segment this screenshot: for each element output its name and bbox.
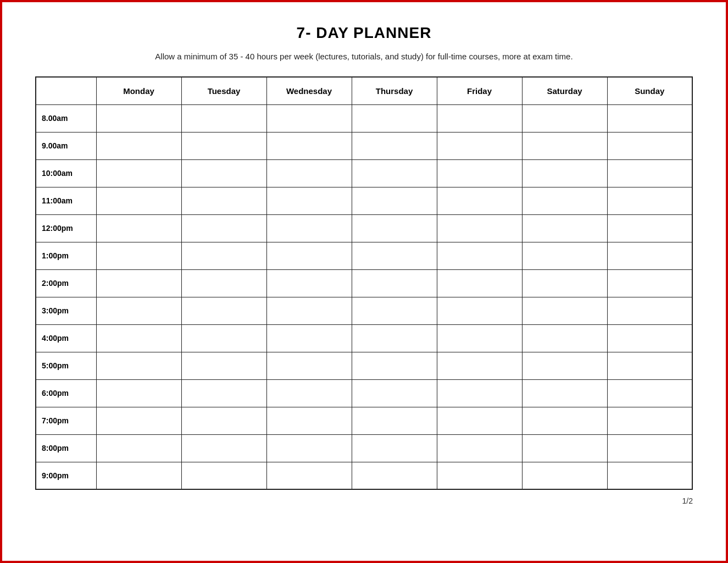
planner-cell[interactable] xyxy=(352,352,437,379)
planner-cell[interactable] xyxy=(522,407,607,434)
planner-cell[interactable] xyxy=(352,187,437,214)
planner-cell[interactable] xyxy=(437,352,522,379)
planner-cell[interactable] xyxy=(96,269,181,297)
planner-cell[interactable] xyxy=(437,269,522,297)
planner-cell[interactable] xyxy=(522,324,607,352)
planner-cell[interactable] xyxy=(352,407,437,434)
planner-cell[interactable] xyxy=(96,132,181,159)
planner-cell[interactable] xyxy=(266,214,352,242)
planner-cell[interactable] xyxy=(437,462,522,489)
planner-cell[interactable] xyxy=(181,297,266,324)
planner-cell[interactable] xyxy=(352,242,437,269)
planner-cell[interactable] xyxy=(522,187,607,214)
planner-cell[interactable] xyxy=(607,132,692,159)
planner-cell[interactable] xyxy=(522,269,607,297)
planner-cell[interactable] xyxy=(96,324,181,352)
planner-cell[interactable] xyxy=(522,214,607,242)
planner-cell[interactable] xyxy=(352,132,437,159)
planner-cell[interactable] xyxy=(181,132,266,159)
planner-cell[interactable] xyxy=(437,324,522,352)
planner-cell[interactable] xyxy=(181,434,266,462)
planner-cell[interactable] xyxy=(522,462,607,489)
planner-cell[interactable] xyxy=(437,379,522,407)
planner-cell[interactable] xyxy=(181,379,266,407)
planner-cell[interactable] xyxy=(607,352,692,379)
planner-cell[interactable] xyxy=(181,159,266,187)
planner-cell[interactable] xyxy=(522,352,607,379)
planner-cell[interactable] xyxy=(522,297,607,324)
planner-cell[interactable] xyxy=(266,104,352,132)
planner-cell[interactable] xyxy=(352,104,437,132)
planner-cell[interactable] xyxy=(266,269,352,297)
planner-cell[interactable] xyxy=(266,242,352,269)
planner-cell[interactable] xyxy=(96,462,181,489)
planner-cell[interactable] xyxy=(96,159,181,187)
planner-cell[interactable] xyxy=(607,407,692,434)
planner-cell[interactable] xyxy=(352,269,437,297)
planner-cell[interactable] xyxy=(96,434,181,462)
planner-cell[interactable] xyxy=(437,297,522,324)
planner-cell[interactable] xyxy=(607,269,692,297)
planner-cell[interactable] xyxy=(607,187,692,214)
planner-cell[interactable] xyxy=(437,159,522,187)
planner-cell[interactable] xyxy=(266,352,352,379)
planner-cell[interactable] xyxy=(266,324,352,352)
planner-cell[interactable] xyxy=(607,242,692,269)
planner-cell[interactable] xyxy=(96,214,181,242)
planner-cell[interactable] xyxy=(352,434,437,462)
planner-cell[interactable] xyxy=(181,214,266,242)
planner-cell[interactable] xyxy=(352,214,437,242)
planner-cell[interactable] xyxy=(181,462,266,489)
planner-cell[interactable] xyxy=(352,324,437,352)
planner-cell[interactable] xyxy=(181,187,266,214)
planner-cell[interactable] xyxy=(437,242,522,269)
planner-cell[interactable] xyxy=(352,297,437,324)
planner-cell[interactable] xyxy=(96,242,181,269)
planner-cell[interactable] xyxy=(437,132,522,159)
planner-cell[interactable] xyxy=(522,242,607,269)
planner-cell[interactable] xyxy=(522,434,607,462)
planner-cell[interactable] xyxy=(96,407,181,434)
planner-cell[interactable] xyxy=(352,159,437,187)
planner-cell[interactable] xyxy=(181,352,266,379)
planner-cell[interactable] xyxy=(607,324,692,352)
header-thursday: Thursday xyxy=(352,77,437,104)
planner-cell[interactable] xyxy=(607,214,692,242)
planner-cell[interactable] xyxy=(352,462,437,489)
planner-cell[interactable] xyxy=(522,379,607,407)
planner-cell[interactable] xyxy=(181,407,266,434)
planner-cell[interactable] xyxy=(607,462,692,489)
planner-cell[interactable] xyxy=(352,379,437,407)
planner-cell[interactable] xyxy=(266,379,352,407)
planner-cell[interactable] xyxy=(437,187,522,214)
planner-cell[interactable] xyxy=(266,159,352,187)
planner-cell[interactable] xyxy=(181,104,266,132)
planner-cell[interactable] xyxy=(96,187,181,214)
planner-cell[interactable] xyxy=(266,132,352,159)
planner-cell[interactable] xyxy=(96,297,181,324)
planner-cell[interactable] xyxy=(522,132,607,159)
planner-cell[interactable] xyxy=(266,434,352,462)
planner-cell[interactable] xyxy=(607,379,692,407)
planner-cell[interactable] xyxy=(607,434,692,462)
table-row: 6:00pm xyxy=(36,379,692,407)
planner-cell[interactable] xyxy=(437,434,522,462)
planner-cell[interactable] xyxy=(266,297,352,324)
planner-cell[interactable] xyxy=(437,214,522,242)
planner-cell[interactable] xyxy=(266,462,352,489)
planner-cell[interactable] xyxy=(437,407,522,434)
planner-cell[interactable] xyxy=(607,159,692,187)
planner-cell[interactable] xyxy=(181,242,266,269)
planner-cell[interactable] xyxy=(266,187,352,214)
planner-cell[interactable] xyxy=(96,379,181,407)
planner-cell[interactable] xyxy=(181,269,266,297)
planner-cell[interactable] xyxy=(522,104,607,132)
planner-cell[interactable] xyxy=(181,324,266,352)
planner-cell[interactable] xyxy=(96,352,181,379)
planner-cell[interactable] xyxy=(266,407,352,434)
planner-cell[interactable] xyxy=(437,104,522,132)
planner-cell[interactable] xyxy=(607,104,692,132)
planner-cell[interactable] xyxy=(607,297,692,324)
planner-cell[interactable] xyxy=(522,159,607,187)
planner-cell[interactable] xyxy=(96,104,181,132)
